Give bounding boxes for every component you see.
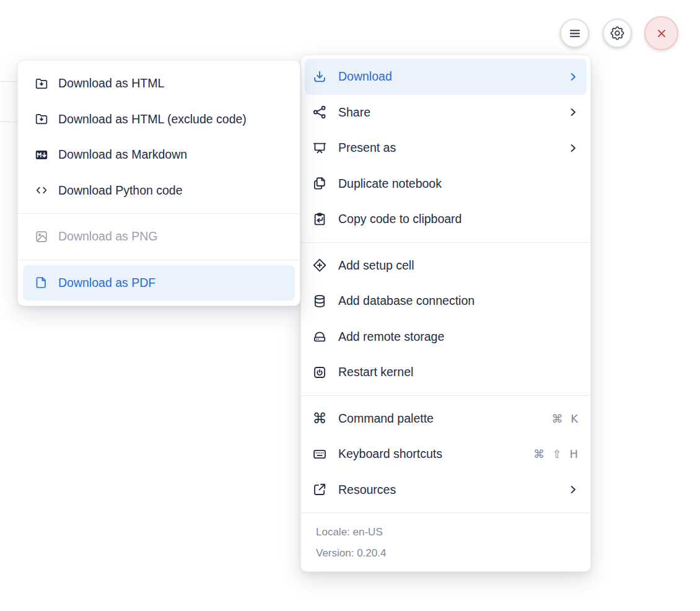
shortcut-hint: ⌘ K [551,412,578,425]
menu-separator [301,395,590,396]
menu-item-label: Download as HTML [58,76,290,90]
folder-download-icon [34,112,49,126]
database-icon [312,293,328,309]
download-icon [312,69,328,85]
submenu-item-download-as-markdown[interactable]: Download as Markdown [18,137,300,173]
menu-item-label: Copy code to clipboard [338,212,578,226]
hamburger-icon [567,25,583,42]
image-icon [34,229,49,244]
menu-item-label: Download as Markdown [58,147,290,162]
command-icon: ⌘ [312,410,328,426]
locale-text: Locale: en-US [301,522,590,543]
menu-item-label: Download as PDF [58,276,285,290]
clipboard-arrow-icon [312,211,328,227]
menu-item-duplicate-notebook[interactable]: Duplicate notebook [301,166,590,202]
power-icon [312,364,328,380]
notebook-main-menu: DownloadSharePresent asDuplicate noteboo… [300,55,591,572]
menu-item-download[interactable]: Download [305,59,587,95]
menu-item-label: Duplicate notebook [338,177,578,191]
submenu-item-download-python-code[interactable]: Download Python code [18,173,300,209]
markdown-icon [34,147,49,162]
submenu-item-download-as-html-exclude-code[interactable]: Download as HTML (exclude code) [18,102,300,138]
keyboard-icon [312,446,328,462]
menu-item-keyboard-shortcuts[interactable]: Keyboard shortcuts⌘ ⇧ H [301,436,590,472]
menu-item-share[interactable]: Share [301,95,590,131]
background-card-edge [0,121,17,122]
download-submenu: Download as HTMLDownload as HTML (exclud… [17,60,300,306]
menu-item-label: Command palette [338,411,544,426]
menu-item-label: Keyboard shortcuts [338,447,526,461]
chevron-right-icon [568,143,578,153]
settings-button[interactable] [603,19,632,48]
code-icon [34,183,49,198]
menu-item-label: Present as [338,141,561,155]
shortcut-hint: ⌘ ⇧ H [533,447,578,460]
menu-item-label: Download [338,69,561,84]
submenu-item-download-as-html[interactable]: Download as HTML [18,66,300,102]
file-icon [34,275,49,290]
menu-separator [18,260,300,260]
menu-item-label: Download as HTML (exclude code) [58,112,290,126]
menu-item-label: Download as PNG [58,229,290,244]
menu-item-resources[interactable]: Resources [301,472,590,508]
external-link-icon [312,481,328,498]
close-icon [654,26,669,41]
share-icon [312,104,328,120]
folder-download-icon [34,76,49,91]
chevron-right-icon [568,72,578,82]
chevron-right-icon [568,485,578,495]
menu-item-restart-kernel[interactable]: Restart kernel [301,354,590,390]
menu-item-label: Resources [338,483,561,497]
menu-item-label: Download Python code [58,183,290,198]
submenu-item-download-as-png: Download as PNG [18,219,300,255]
menu-item-add-database-connection[interactable]: Add database connection [301,283,590,319]
menu-item-label: Add setup cell [338,258,578,273]
menu-item-label: Add remote storage [338,330,578,344]
background-card-edge [0,81,17,82]
menu-separator [301,512,590,513]
close-button[interactable] [644,16,678,50]
menu-item-add-remote-storage[interactable]: Add remote storage [301,319,590,355]
version-text: Version: 0.20.4 [301,543,590,564]
menu-item-label: Share [338,105,561,120]
menu-item-copy-code-to-clipboard[interactable]: Copy code to clipboard [301,201,590,237]
menu-separator [18,213,300,214]
menu-separator [301,242,590,243]
duplicate-icon [312,175,328,191]
menu-footer: Locale: en-US Version: 0.20.4 [301,518,590,571]
menu-item-add-setup-cell[interactable]: Add setup cell [301,248,590,284]
submenu-item-download-as-pdf[interactable]: Download as PDF [23,265,295,301]
menu-item-present-as[interactable]: Present as [301,130,590,166]
gear-icon [609,25,626,42]
menu-item-command-palette[interactable]: ⌘Command palette⌘ K [301,401,590,437]
menu-item-label: Restart kernel [338,365,578,379]
present-icon [312,140,328,156]
storage-icon [312,328,328,345]
menu-item-label: Add database connection [338,294,578,308]
diamond-plus-icon [312,257,328,273]
hamburger-menu-button[interactable] [560,19,589,48]
chevron-right-icon [568,107,578,117]
